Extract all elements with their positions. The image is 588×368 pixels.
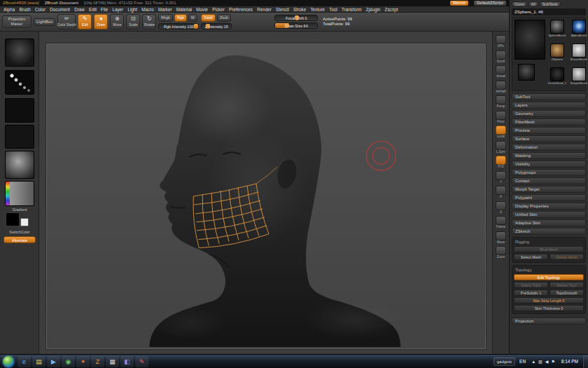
menu-preferences[interactable]: Preferences [227,6,255,12]
menu-movie[interactable]: Movie [194,6,210,12]
menu-draw[interactable]: Draw [72,6,87,12]
menu-edit[interactable]: Edit [87,6,99,12]
menu-stroke[interactable]: Stroke [291,6,308,12]
section-polygroups[interactable]: Polygroups [512,169,586,176]
main-color-swatch[interactable] [6,212,20,226]
z-intensity-slider[interactable]: Z Intensity 15 [201,23,232,29]
start-button[interactable] [3,356,14,367]
shelf-xyz-button[interactable]: XYZ [493,156,509,169]
stroke-thumbnail[interactable] [5,70,34,95]
scale-button[interactable]: ⊡ Scale [126,14,140,29]
menu-zscript[interactable]: Zscript [382,6,400,12]
toposmooth-button[interactable]: TopoSmooth [550,289,584,296]
section-display-properties[interactable]: Display Properties [512,203,586,210]
shelf-zoom-button[interactable]: Zoom [493,246,509,259]
current-brush-thumbnail[interactable] [5,39,34,67]
focal-shift-slider[interactable]: Focal Shift 0 [274,15,318,21]
zadd-button[interactable]: Zadd [201,14,216,22]
shelf-scroll-button[interactable]: Scroll [493,50,509,64]
bind-mesh-button[interactable]: Bind Mesh [514,246,584,252]
menu-light[interactable]: Light [125,6,139,12]
menus-toggle-button[interactable]: Menus [450,1,468,6]
previous-tool-preview[interactable] [518,64,535,81]
internet-explorer-icon[interactable]: e [18,356,31,367]
delete-topo-button[interactable]: Delete Topo [550,282,584,288]
rgb-intensity-slider[interactable]: Rgb Intensity 100 [158,23,199,29]
network-icon[interactable]: ▥ [538,359,542,364]
shelf-persp-button[interactable]: Persp [493,95,509,109]
shelf-lsym-button[interactable]: L.Sym [493,141,509,154]
default-zscript-button[interactable]: DefaultZScript [474,1,506,6]
menu-document[interactable]: Document [48,6,72,12]
menu-texture[interactable]: Texture [308,6,327,12]
rigging-header[interactable]: Rigging [514,239,584,245]
section-adaptive-skin[interactable]: Adaptive Skin [512,219,586,226]
all-button[interactable]: All [528,1,538,7]
secondary-color-swatch[interactable] [20,218,29,226]
skin-thickness-slider[interactable]: Skin Thickness 0 [514,305,584,311]
lightbox-button[interactable]: LightBox [34,18,55,26]
media-player-icon[interactable]: ▶ [47,356,60,367]
shelf-frame-button[interactable]: Frame [493,216,509,229]
menu-picker[interactable]: Picker [210,6,227,12]
section-masking[interactable]: Masking [512,152,586,159]
show-hidden-icons[interactable]: ▲ [531,360,536,364]
zsub-button[interactable]: Zsub [217,14,231,22]
section-layers[interactable]: Layers [512,102,586,109]
alternate-button[interactable]: Alternate [4,236,36,243]
section-preview[interactable]: Preview [512,127,586,134]
menu-zplugin[interactable]: Zplugin [364,6,383,12]
move-button[interactable]: ⊕ Move [110,14,124,29]
menu-tool[interactable]: Tool [327,6,340,12]
edit-topology-button[interactable]: Edit Topology [514,274,584,280]
paint-icon[interactable]: ✎ [135,356,148,367]
photo-viewer-icon[interactable]: ✦ [76,356,90,367]
shelf-x-button[interactable]: X [493,186,509,199]
section-unified-skin[interactable]: Unified Skin [512,211,586,218]
rgb-button[interactable]: Rgb [174,14,187,22]
tool-slot-demohead[interactable]: DemoHead_1 [547,67,567,86]
section-geometry[interactable]: Geometry [512,110,586,117]
presubdiv-slider[interactable]: PreSubdiv 1 [514,289,548,296]
select-topo-button[interactable]: Select Topo [514,282,548,288]
menu-alpha[interactable]: Alpha [1,6,17,12]
section-polypaint[interactable]: Polypaint [512,194,586,201]
shelf-z-button[interactable]: Z [493,201,509,214]
section-fibermesh[interactable]: FiberMesh [512,118,586,125]
shelf-aahalf-button[interactable]: AAHalf [493,81,509,94]
gadgets-button[interactable]: gadgets [493,357,515,366]
delete-mesh-button[interactable]: Delete Mesh [550,254,584,260]
shelf-spix-button[interactable]: SPix [493,35,509,48]
section-zsketch[interactable]: ZSketch [512,228,586,235]
menu-brush[interactable]: Brush [17,6,33,12]
quick-sketch-button[interactable]: ✏ Quick Sketch [57,14,76,29]
section-projection[interactable]: Projection [512,318,586,325]
shelf-move-button[interactable]: Move [493,231,509,245]
color-picker[interactable] [5,181,34,206]
volume-icon[interactable]: ◀ [545,359,549,364]
menu-color[interactable]: Color [33,6,48,12]
action-center-icon[interactable]: ⚑ [551,359,554,364]
rgb-intensity-handle[interactable] [194,24,198,29]
menu-stencil[interactable]: Stencil [274,6,291,12]
messenger-icon[interactable]: ◉ [62,356,75,367]
section-morph-target[interactable]: Morph Target [512,186,586,193]
menu-layer[interactable]: Layer [110,6,125,12]
tool-slot-spherebrush[interactable]: SphereBrush [547,20,567,38]
menu-render[interactable]: Render [255,6,274,12]
rotate-button[interactable]: ↻ Rotate [142,14,156,29]
section-subtool[interactable]: SubTool [512,93,586,100]
shelf-actual-button[interactable]: Actual [493,65,509,79]
section-contact[interactable]: Contact [512,177,586,184]
tool-slot-zsphere[interactable]: ZSphere [547,43,567,62]
section-deformation[interactable]: Deformation [512,144,586,151]
tool-slot-simplebrush[interactable]: SimpleBrush [569,67,588,86]
edit-button[interactable]: ✎ Edit [78,14,92,29]
shelf-local-button[interactable]: Local [493,125,509,139]
alpha-thumbnail[interactable] [5,98,34,123]
menu-macro[interactable]: Macro [139,6,156,12]
menu-file[interactable]: File [99,6,110,12]
menu-material[interactable]: Material [174,6,195,12]
section-surface[interactable]: Surface [512,135,586,142]
canvas-background[interactable] [39,32,492,354]
